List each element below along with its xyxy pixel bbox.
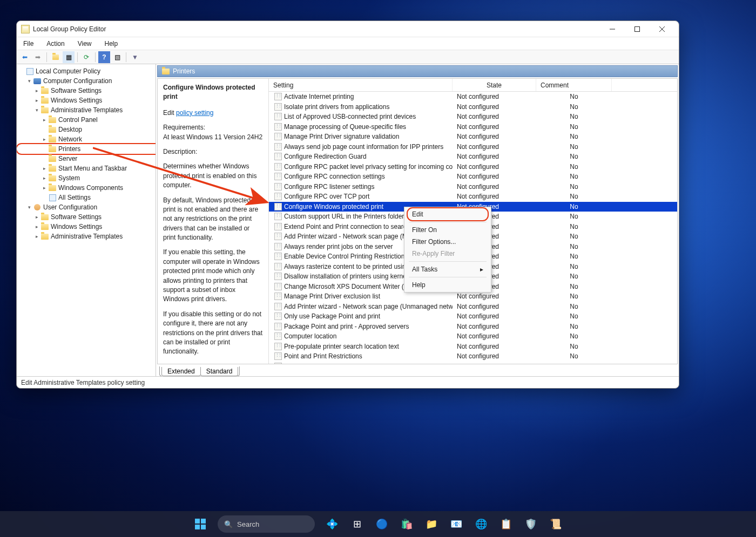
list-row[interactable]: Package Point and print - Approved serve… [269, 322, 677, 332]
ctx-all-tasks[interactable]: All Tasks▸ [404, 263, 491, 275]
list-row[interactable]: Configure RPC connection settingsNot con… [269, 172, 677, 182]
list-row[interactable]: Point and Print RestrictionsNot configur… [269, 351, 677, 362]
back-button[interactable]: ⬅ [19, 51, 31, 63]
col-comment[interactable]: Comment [536, 79, 612, 91]
policy-icon [274, 332, 282, 340]
close-button[interactable] [650, 21, 674, 37]
list-row[interactable]: Add Printer wizard - Network scan page (… [269, 302, 677, 312]
policy-icon [274, 312, 282, 320]
tree-item[interactable]: ▸Control Panel [18, 115, 154, 125]
list-row[interactable]: Always send job page count information f… [269, 142, 677, 152]
policy-icon [274, 253, 282, 260]
up-button[interactable] [50, 51, 62, 63]
taskbar-gpedit[interactable]: 📜 [545, 513, 566, 535]
list-header[interactable]: Setting State Comment [269, 79, 677, 92]
tree-user-config[interactable]: ▾User Configuration [18, 202, 154, 212]
taskbar-taskview[interactable]: ⊞ [346, 513, 368, 535]
taskbar-security[interactable]: 🛡️ [520, 513, 542, 535]
list-row[interactable]: Computer locationNot configuredNo [269, 331, 677, 342]
tree-item[interactable]: ▸Network [18, 134, 154, 144]
tree-item[interactable]: ▸System [18, 173, 154, 183]
tree-item[interactable]: ▸Start Menu and Taskbar [18, 164, 154, 173]
list-row[interactable]: Manage Print Driver signature validation… [269, 132, 677, 142]
taskbar[interactable]: 🔍Search 💠 ⊞ 🔵 🛍️ 📁 📧 🌐 📋 🛡️ 📜 [0, 511, 756, 537]
taskbar-edge[interactable]: 🔵 [371, 513, 393, 535]
tree-item[interactable]: Server [18, 154, 154, 164]
refresh-button[interactable]: ⟳ [80, 51, 92, 63]
menu-file[interactable]: File [21, 39, 36, 49]
show-hide-button[interactable]: ▦ [63, 51, 75, 63]
col-setting[interactable]: Setting [269, 79, 453, 91]
tree-comp-config[interactable]: ▾Computer Configuration [18, 76, 154, 86]
policy-title: Configure Windows protected print [163, 83, 263, 102]
taskbar-explorer[interactable]: 📁 [421, 513, 442, 535]
tree-item[interactable]: ▸Windows Settings [18, 222, 154, 232]
taskbar-outlook[interactable]: 📧 [446, 513, 467, 535]
menubar: File Action View Help [17, 37, 679, 50]
breadcrumb: Printers [157, 65, 678, 77]
taskbar-copilot[interactable]: 💠 [321, 513, 343, 535]
policy-icon [274, 223, 282, 230]
policy-icon [274, 283, 282, 290]
policy-icon [274, 133, 282, 140]
list-row[interactable]: Isolate print drivers from applicationsN… [269, 102, 677, 112]
separator [95, 52, 96, 62]
policy-icon [274, 143, 282, 151]
list-row[interactable]: List of Approved USB-connected print dev… [269, 112, 677, 122]
tab-extended[interactable]: Extended [161, 367, 201, 376]
list-row[interactable]: Activate Internet printingNot configured… [269, 92, 677, 102]
titlebar[interactable]: Local Group Policy Editor [17, 21, 679, 37]
tree-item[interactable]: ▸Administrative Templates [18, 232, 154, 241]
menu-help[interactable]: Help [103, 39, 120, 49]
menu-action[interactable]: Action [44, 39, 66, 49]
separator [77, 52, 78, 62]
view-tabs: Extended Standard [156, 364, 679, 376]
start-button[interactable] [190, 513, 211, 535]
policy-icon [274, 343, 282, 350]
policy-icon [274, 213, 282, 220]
ctx-edit[interactable]: Edit [404, 208, 491, 220]
list-row[interactable]: Pre-populate printer search location tex… [269, 342, 677, 352]
tree-admin-templates[interactable]: ▾Administrative Templates [18, 105, 154, 115]
policy-icon [274, 183, 282, 191]
policy-icon [274, 173, 282, 180]
tree-item[interactable]: All Settings [18, 193, 154, 202]
list-row[interactable]: Configure Redirection GuardNot configure… [269, 152, 677, 162]
policy-icon [274, 93, 282, 100]
tree-root[interactable]: Local Computer Policy [18, 66, 154, 76]
tree-pane[interactable]: Local Computer Policy ▾Computer Configur… [17, 64, 156, 376]
taskbar-chrome[interactable]: 🌐 [470, 513, 492, 535]
edit-policy-link[interactable]: policy setting [176, 109, 213, 117]
tree-printers[interactable]: Printers [18, 144, 154, 154]
menu-view[interactable]: View [76, 39, 94, 49]
list-row[interactable]: Only use Package Point and printNot conf… [269, 311, 677, 322]
taskbar-notes[interactable]: 📋 [495, 513, 517, 535]
list-row[interactable]: Manage Print Driver exclusion listNot co… [269, 291, 677, 302]
taskbar-store[interactable]: 🛍️ [396, 513, 417, 535]
list-row[interactable]: Configure RPC listener settingsNot confi… [269, 182, 677, 192]
ctx-help[interactable]: Help [404, 279, 491, 291]
ctx-filter-options[interactable]: Filter Options... [404, 236, 491, 248]
taskbar-search[interactable]: 🔍Search [218, 515, 315, 533]
list-row[interactable]: Execute print drivers in isolated proces… [269, 362, 677, 364]
ctx-filter-on[interactable]: Filter On [404, 224, 491, 236]
col-state[interactable]: State [453, 79, 536, 91]
properties-button[interactable]: ▧ [111, 51, 123, 63]
separator [409, 261, 487, 262]
filter-button[interactable]: ▼ [129, 51, 141, 63]
tree-item[interactable]: ▸Windows Components [18, 183, 154, 193]
tree-item[interactable]: Desktop [18, 125, 154, 134]
help-button[interactable]: ? [98, 51, 110, 63]
policy-icon [274, 352, 282, 360]
minimize-button[interactable] [600, 21, 625, 37]
app-icon [21, 25, 30, 33]
tree-item[interactable]: ▸Software Settings [18, 86, 154, 96]
maximize-button[interactable] [625, 21, 650, 37]
tree-item[interactable]: ▸Windows Settings [18, 96, 154, 105]
list-row[interactable]: Configure RPC packet level privacy setti… [269, 162, 677, 172]
forward-button[interactable]: ➡ [32, 51, 44, 63]
tree-item[interactable]: ▸Software Settings [18, 212, 154, 222]
list-row[interactable]: Manage processing of Queue-specific file… [269, 122, 677, 132]
list-row[interactable]: Configure RPC over TCP portNot configure… [269, 192, 677, 202]
tab-standard[interactable]: Standard [200, 367, 239, 376]
